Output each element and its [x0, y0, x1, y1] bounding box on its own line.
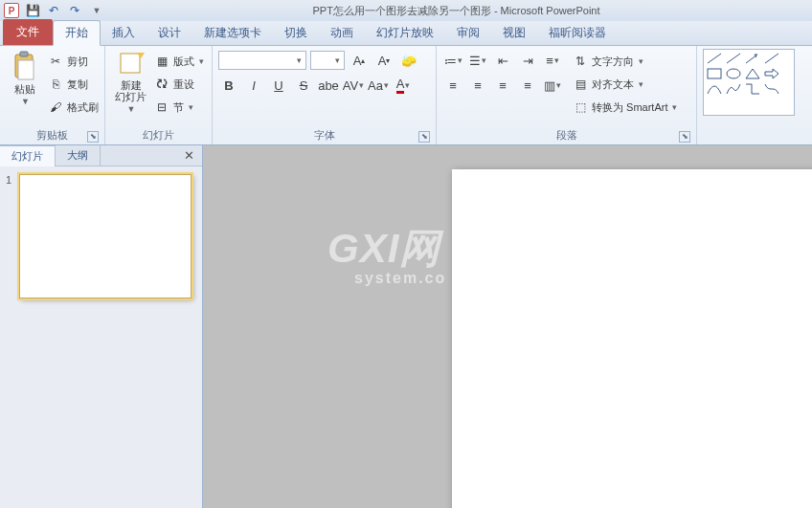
close-panel-button[interactable]: ✕ [176, 148, 202, 163]
line-spacing-button[interactable]: ≡▾ [542, 51, 563, 70]
tab-transitions[interactable]: 切换 [273, 21, 319, 45]
align-left-button[interactable]: ≡ [442, 76, 463, 95]
reset-icon: 🗘 [154, 77, 169, 92]
tab-foxit[interactable]: 福昕阅读器 [537, 21, 618, 45]
app-icon: P [4, 3, 19, 18]
slides-panel: 幻灯片 大纲 ✕ 1 [0, 145, 203, 508]
strikethrough-button[interactable]: S [293, 76, 314, 95]
shape-connector-icon [744, 82, 761, 96]
svg-rect-3 [121, 54, 140, 73]
tab-insert[interactable]: 插入 [101, 21, 147, 45]
layout-label: 版式 [173, 55, 194, 69]
close-icon: ✕ [184, 148, 194, 163]
dialog-launcher-icon[interactable]: ⬊ [679, 131, 690, 143]
thumbnails-list: 1 [0, 166, 202, 508]
shape-curve-icon [763, 82, 780, 96]
align-text-label: 对齐文本 [592, 77, 634, 92]
brush-icon: 🖌 [48, 99, 63, 115]
ribbon-tabs: 文件 开始 插入 设计 新建选项卡 切换 动画 幻灯片放映 审阅 视图 福昕阅读… [0, 21, 812, 46]
group-slides-label: 幻灯片 [111, 128, 206, 144]
shapes-gallery[interactable] [703, 49, 795, 116]
underline-button[interactable]: U [268, 76, 289, 95]
shape-arrow-icon [744, 52, 761, 65]
format-painter-button[interactable]: 🖌 格式刷 [48, 97, 99, 118]
redo-icon[interactable]: ↷ [67, 3, 82, 18]
sidetab-outline[interactable]: 大纲 [56, 145, 101, 166]
scissors-icon: ✂ [48, 54, 63, 69]
format-painter-label: 格式刷 [67, 100, 99, 115]
shape-line-icon [725, 52, 742, 65]
canvas-area[interactable]: GXI网 system.co [203, 145, 812, 508]
align-text-button[interactable]: ▤ 对齐文本▾ [573, 74, 677, 95]
tab-file[interactable]: 文件 [3, 19, 53, 45]
dialog-launcher-icon[interactable]: ⬊ [87, 131, 99, 143]
workspace: 幻灯片 大纲 ✕ 1 GXI网 system.co [0, 145, 812, 508]
decrease-indent-button[interactable]: ⇤ [492, 51, 513, 70]
sidetab-slides[interactable]: 幻灯片 [0, 145, 56, 166]
svg-line-5 [727, 54, 740, 63]
font-name-combo[interactable]: ▾ [218, 51, 306, 70]
font-size-combo[interactable]: ▾ [310, 51, 345, 70]
shape-arrow-icon [763, 67, 780, 80]
group-paragraph-label: 段落 ⬊ [442, 128, 690, 144]
columns-button[interactable]: ▥▾ [542, 76, 563, 95]
paste-label: 粘贴 [14, 83, 35, 95]
shrink-font-button[interactable]: A▾ [373, 51, 395, 70]
new-slide-icon [118, 51, 145, 77]
qat-dropdown-icon[interactable]: ▼ [89, 3, 104, 18]
char-spacing-button[interactable]: AV▾ [343, 76, 364, 95]
tab-animations[interactable]: 动画 [319, 21, 365, 45]
slide-canvas[interactable] [452, 169, 812, 508]
numbering-button[interactable]: ☰▾ [467, 51, 488, 70]
align-center-button[interactable]: ≡ [467, 76, 488, 95]
bold-button[interactable]: B [218, 76, 239, 95]
section-button[interactable]: ⊟ 节▾ [154, 97, 204, 118]
copy-button[interactable]: ⎘ 复制 [48, 74, 99, 95]
eraser-icon: 🧽 [401, 54, 417, 68]
smartart-button[interactable]: ⬚ 转换为 SmartArt▾ [573, 97, 677, 118]
grow-font-button[interactable]: A▴ [349, 51, 370, 70]
group-paragraph: ≔▾ ☰▾ ⇤ ⇥ ≡▾ ≡ ≡ ≡ ≡ ▥▾ ⇅ 文字方向▾ [437, 46, 697, 144]
paste-button[interactable]: 粘贴 ▼ [6, 49, 44, 108]
watermark: GXI网 system.co [327, 222, 446, 287]
clear-formatting-button[interactable]: 🧽 [398, 51, 419, 70]
svg-line-7 [765, 54, 778, 63]
tab-review[interactable]: 审阅 [445, 21, 491, 45]
reset-button[interactable]: 🗘 重设 [154, 74, 204, 95]
text-direction-button[interactable]: ⇅ 文字方向▾ [573, 51, 677, 72]
font-color-button[interactable]: A▾ [393, 76, 414, 95]
shadow-button[interactable]: abe [318, 76, 339, 95]
tab-slideshow[interactable]: 幻灯片放映 [365, 21, 445, 45]
layout-icon: ▦ [154, 54, 169, 69]
dialog-launcher-icon[interactable]: ⬊ [418, 131, 430, 143]
increase-indent-button[interactable]: ⇥ [517, 51, 538, 70]
save-icon[interactable]: 💾 [25, 3, 40, 18]
tab-view[interactable]: 视图 [491, 21, 537, 45]
group-drawing-label [703, 131, 806, 144]
undo-icon[interactable]: ↶ [46, 3, 61, 18]
tab-newtab[interactable]: 新建选项卡 [192, 21, 273, 45]
new-slide-button[interactable]: 新建 幻灯片 ▼ [111, 49, 150, 116]
text-direction-icon: ⇅ [573, 54, 588, 69]
thumbnail-item[interactable]: 1 [6, 174, 196, 298]
shape-line-icon [706, 52, 723, 65]
slide-thumbnail[interactable] [19, 174, 192, 298]
paste-icon [11, 51, 38, 81]
window-title: PPT怎么用一个图形去减除另一个图形 - Microsoft PowerPoin… [104, 4, 808, 18]
tab-design[interactable]: 设计 [147, 21, 192, 45]
text-direction-label: 文字方向 [592, 55, 634, 69]
change-case-button[interactable]: Aa▾ [368, 76, 389, 95]
bullets-button[interactable]: ≔▾ [442, 51, 463, 70]
tab-home[interactable]: 开始 [53, 20, 101, 46]
justify-button[interactable]: ≡ [517, 76, 538, 95]
group-font: ▾ ▾ A▴ A▾ 🧽 B I U S abe AV▾ Aa▾ A▾ [213, 46, 437, 144]
reset-label: 重设 [173, 77, 194, 92]
align-right-button[interactable]: ≡ [492, 76, 513, 95]
title-bar: P 💾 ↶ ↷ ▼ PPT怎么用一个图形去减除另一个图形 - Microsoft… [0, 0, 812, 21]
cut-button[interactable]: ✂ 剪切 [48, 51, 99, 72]
layout-button[interactable]: ▦ 版式▾ [154, 51, 204, 72]
group-font-label: 字体 ⬊ [218, 128, 430, 144]
copy-label: 复制 [67, 77, 88, 92]
side-tabs: 幻灯片 大纲 ✕ [0, 145, 202, 166]
italic-button[interactable]: I [243, 76, 264, 95]
